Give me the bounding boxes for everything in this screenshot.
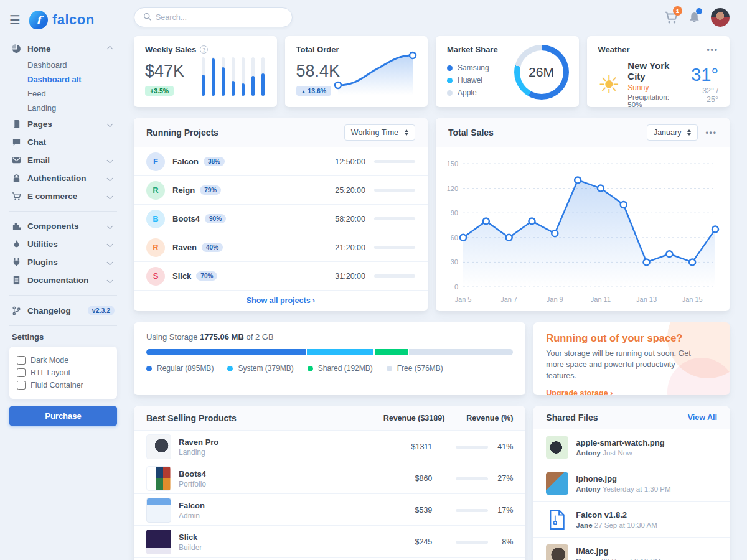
storage-prefix: Using Storage <box>146 332 197 342</box>
file-name[interactable]: iMac.jpg <box>576 546 660 556</box>
product-row[interactable]: Falcon Admin $539 17% <box>134 494 525 526</box>
file-row[interactable]: iMac.jpg Rowen 23 Sep at 6:10 PM <box>533 538 730 560</box>
sidebar-item-chat[interactable]: Chat <box>9 133 117 151</box>
dots-menu-icon[interactable]: ••• <box>705 128 717 137</box>
weather-title: Weather <box>598 45 630 54</box>
user-avatar[interactable] <box>711 8 730 27</box>
sidebar-item-home[interactable]: Home <box>9 40 117 58</box>
file-row[interactable]: iphone.jpg Antony Yesterday at 1:30 PM <box>533 465 730 502</box>
file-thumbnail <box>546 436 568 459</box>
product-row-partial[interactable] <box>134 558 525 560</box>
product-price: $539 <box>364 506 432 515</box>
legend-label: Free (576MB) <box>397 364 443 373</box>
sidebar-item-dashboard-alt[interactable]: Dashboard alt <box>27 72 117 86</box>
rtl-layout-checkbox[interactable] <box>17 368 26 377</box>
product-row[interactable]: Boots4 Portfolio $860 27% <box>134 462 525 494</box>
sidebar-item-plugins[interactable]: Plugins <box>9 253 117 271</box>
search-bar[interactable] <box>134 7 293 27</box>
weekly-sales-card: Weekly Sales ? $47K +3.5% <box>134 36 277 107</box>
file-name[interactable]: Falcon v1.8.2 <box>576 510 657 520</box>
sidebar-item-landing[interactable]: Landing <box>27 101 117 115</box>
project-row[interactable]: B Boots4 90% 58:20:00 <box>134 205 428 233</box>
dark-mode-checkbox[interactable] <box>17 356 26 365</box>
file-thumbnail <box>546 472 568 495</box>
storage-row: Using Storage 1775.06 MB of 2 GB Regular… <box>134 322 730 395</box>
fluid-container-checkbox[interactable] <box>17 381 26 390</box>
project-row[interactable]: F Falcon 38% 12:50:00 <box>134 147 428 176</box>
sidebar-item-authentication[interactable]: Authentication <box>9 169 117 187</box>
shared-files-card: Shared Files View All apple-smart-watch.… <box>533 406 730 560</box>
project-time: 21:20:00 <box>335 243 365 252</box>
project-time: 31:20:00 <box>335 272 365 281</box>
notifications-button[interactable] <box>688 11 701 24</box>
sidebar-item-components[interactable]: Components <box>9 217 117 235</box>
upgrade-storage-link[interactable]: Upgrade storage › <box>546 389 613 395</box>
show-all-projects-link[interactable]: Show all projects › <box>134 291 428 310</box>
sidebar-item-changelog[interactable]: Changelog v2.3.2 <box>9 301 117 320</box>
search-input[interactable] <box>156 13 283 22</box>
file-name[interactable]: apple-smart-watch.png <box>576 438 664 447</box>
weather-city: New York City <box>627 60 684 82</box>
brand-logo[interactable]: f falcon <box>29 11 95 29</box>
project-row[interactable]: S Slick 70% 31:20:00 <box>134 262 428 291</box>
help-icon[interactable]: ? <box>200 45 208 54</box>
hamburger-menu-icon[interactable]: ☰ <box>9 14 21 26</box>
svg-text:120: 120 <box>447 185 458 192</box>
puzzle-icon <box>12 222 21 231</box>
fluid-container-option[interactable]: Fluid Container <box>17 379 110 391</box>
product-pct: 17% <box>494 506 513 515</box>
market-share-donut-chart: 26M <box>514 45 569 100</box>
dots-menu-icon[interactable]: ••• <box>707 45 718 54</box>
file-author: Jane <box>576 521 592 529</box>
svg-text:30: 30 <box>451 258 458 266</box>
project-progress-bar <box>374 246 415 249</box>
project-avatar: R <box>146 181 165 200</box>
falcon-logo-icon: f <box>29 11 48 29</box>
purchase-button[interactable]: Purchase <box>9 406 117 426</box>
settings-card: Dark Mode RTL Layout Fluid Container <box>9 347 117 399</box>
sidebar-item-documentation[interactable]: Documentation <box>9 271 117 289</box>
product-category: Builder <box>179 543 202 552</box>
product-row[interactable]: Slick Builder $245 8% <box>134 526 525 558</box>
sort-icon <box>687 129 691 136</box>
file-row[interactable]: Falcon v1.8.2 Jane 27 Sep at 10:30 AM <box>533 502 730 538</box>
chevron-down-icon <box>107 223 113 230</box>
middle-row: Running Projects Working Time F Falcon 3… <box>134 118 730 311</box>
lock-icon <box>12 174 21 183</box>
rtl-layout-option[interactable]: RTL Layout <box>17 366 110 379</box>
home-submenu: Dashboard Dashboard alt Feed Landing <box>9 58 117 115</box>
nav-label: Components <box>27 222 101 231</box>
nav-label: Documentation <box>27 276 101 285</box>
product-row[interactable]: Raven Pro Landing $1311 41% <box>134 431 525 462</box>
storage-used: 1775.06 MB <box>200 332 244 342</box>
product-pct: 27% <box>494 474 513 483</box>
working-time-select[interactable]: Working Time <box>344 124 415 141</box>
weather-temp: 31° <box>691 65 718 85</box>
nav-label: Home <box>27 44 101 54</box>
chevron-down-icon <box>107 194 113 200</box>
sort-icon <box>405 129 408 136</box>
sidebar-item-pages[interactable]: Pages <box>9 115 117 133</box>
sidebar-item-dashboard[interactable]: Dashboard <box>27 58 117 72</box>
product-price: $245 <box>364 538 432 546</box>
chevron-down-icon <box>107 241 113 248</box>
shared-files-title: Shared Files <box>546 413 598 422</box>
sidebar-divider <box>9 211 117 212</box>
svg-text:Jan 9: Jan 9 <box>547 296 563 303</box>
sidebar-item-feed[interactable]: Feed <box>27 86 117 101</box>
sidebar-item-utilities[interactable]: Utilities <box>9 235 117 253</box>
file-name[interactable]: iphone.jpg <box>576 474 670 483</box>
file-row[interactable]: apple-smart-watch.png Antony Just Now <box>533 429 730 465</box>
project-time: 58:20:00 <box>335 215 365 223</box>
cart-button[interactable]: 1 <box>664 11 678 24</box>
storage-segment-system <box>307 349 375 355</box>
project-name: Reign <box>172 185 195 195</box>
product-thumbnail <box>146 530 171 554</box>
project-row[interactable]: R Reign 79% 25:20:00 <box>134 176 428 205</box>
view-all-link[interactable]: View All <box>688 413 717 422</box>
dark-mode-option[interactable]: Dark Mode <box>17 354 110 366</box>
sidebar-item-ecommerce[interactable]: E commerce <box>9 187 117 205</box>
sidebar-item-email[interactable]: Email <box>9 151 117 169</box>
month-select[interactable]: January <box>647 124 698 141</box>
project-row[interactable]: R Raven 40% 21:20:00 <box>134 233 428 262</box>
